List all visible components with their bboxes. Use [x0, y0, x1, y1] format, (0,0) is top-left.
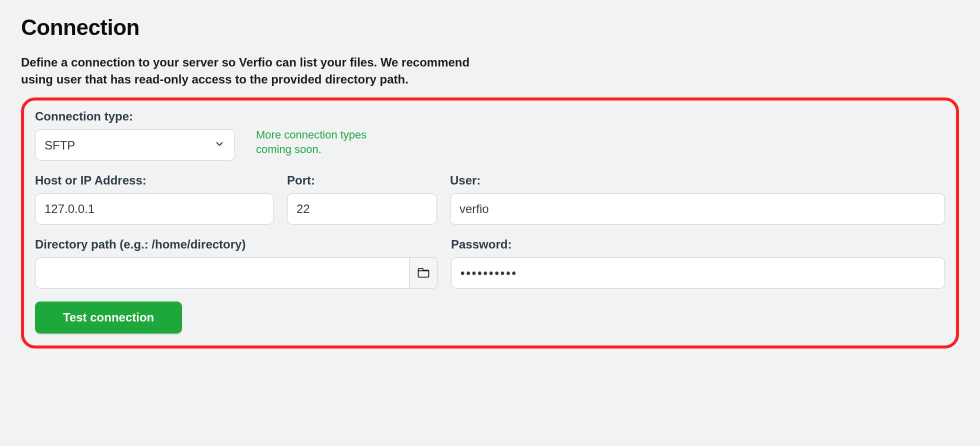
row-connection-type: Connection type: SFTP More connection ty… [35, 110, 945, 160]
user-input[interactable] [450, 194, 945, 224]
test-connection-button[interactable]: Test connection [35, 302, 182, 334]
user-field: User: [450, 174, 945, 224]
port-field: Port: [287, 174, 437, 224]
connection-type-select-wrap: SFTP [35, 130, 235, 160]
directory-label: Directory path (e.g.: /home/directory) [35, 238, 438, 252]
password-label: Password: [451, 238, 945, 252]
row-directory-password: Directory path (e.g.: /home/directory) P… [35, 238, 945, 288]
host-input[interactable] [35, 194, 274, 224]
row-host-port-user: Host or IP Address: Port: User: [35, 174, 945, 224]
port-input[interactable] [287, 194, 437, 224]
directory-input[interactable] [35, 258, 409, 288]
connection-form-highlight: Connection type: SFTP More connection ty… [21, 98, 959, 348]
host-label: Host or IP Address: [35, 174, 274, 188]
row-actions: Test connection [35, 302, 945, 334]
directory-field: Directory path (e.g.: /home/directory) [35, 238, 438, 288]
port-label: Port: [287, 174, 437, 188]
host-field: Host or IP Address: [35, 174, 274, 224]
password-field: Password: [451, 238, 945, 288]
connection-type-select[interactable]: SFTP [35, 130, 235, 160]
directory-browse-button[interactable] [409, 258, 438, 288]
connection-type-label: Connection type: [35, 110, 235, 124]
page-description: Define a connection to your server so Ve… [21, 54, 481, 88]
user-label: User: [450, 174, 945, 188]
page-title: Connection [21, 15, 959, 40]
connection-type-field: Connection type: SFTP [35, 110, 235, 160]
password-input[interactable] [451, 258, 945, 288]
folder-icon [416, 266, 430, 281]
connection-type-hint: More connection types coming soon. [256, 128, 376, 157]
directory-input-group [35, 258, 438, 288]
